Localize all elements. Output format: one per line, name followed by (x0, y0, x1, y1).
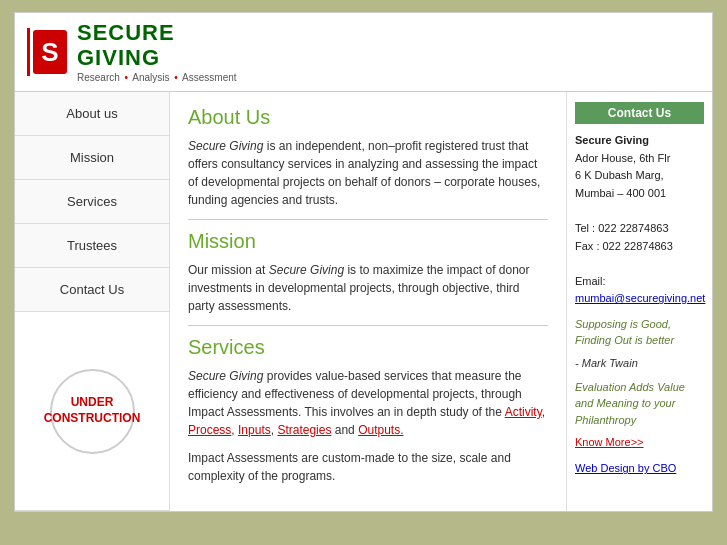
fax: Fax : 022 22874863 (575, 240, 673, 252)
web-design-link[interactable]: Web Design by CBO (575, 462, 704, 474)
quote2: Evaluation Adds Value and Meaning to you… (575, 379, 704, 429)
about-paragraph: Secure Giving is an independent, non–pro… (188, 137, 548, 209)
divider-1 (188, 219, 548, 220)
contact-info: Secure Giving Ador House, 6th Flr 6 K Du… (575, 132, 704, 308)
know-more-link[interactable]: Know More>> (575, 436, 704, 448)
address-line2: 6 K Dubash Marg, (575, 169, 664, 181)
logo-area: S SECURE GIVING Research • Analysis • As… (27, 21, 237, 82)
about-heading: About Us (188, 106, 548, 129)
content-area: About Us Secure Giving is an independent… (170, 92, 567, 511)
org-name: Secure Giving (575, 134, 649, 146)
header: S SECURE GIVING Research • Analysis • As… (14, 12, 713, 92)
sidebar-construction: UNDERCONSTRUCTION (15, 312, 169, 511)
logo-line (27, 28, 30, 76)
link-process[interactable]: Process (188, 423, 231, 437)
services-paragraph-2: Impact Assessments are custom-made to th… (188, 449, 548, 485)
sidebar-item-contact[interactable]: Contact Us (15, 268, 169, 312)
link-strategies[interactable]: Strategies (277, 423, 331, 437)
tel: Tel : 022 22874863 (575, 222, 669, 234)
sidebar-item-mission[interactable]: Mission (15, 136, 169, 180)
services-paragraph-1: Secure Giving provides value-based servi… (188, 367, 548, 439)
link-activity[interactable]: Activity (505, 405, 542, 419)
main-area: About us Mission Services Trustees Conta… (14, 92, 713, 512)
logo-s-icon: S (33, 30, 67, 74)
address-line3: Mumbai – 400 001 (575, 187, 666, 199)
about-italic: Secure Giving (188, 139, 263, 153)
email-link[interactable]: mumbai@securegiving.net (575, 292, 705, 304)
contact-box: Contact Us (575, 102, 704, 124)
sidebar: About us Mission Services Trustees Conta… (15, 92, 170, 511)
address-line1: Ador House, 6th Flr (575, 152, 670, 164)
email-label: Email: (575, 275, 606, 287)
services-italic: Secure Giving (188, 369, 263, 383)
mission-italic: Secure Giving (269, 263, 344, 277)
logo-title: SECURE GIVING (77, 21, 237, 69)
right-panel: Contact Us Secure Giving Ador House, 6th… (567, 92, 712, 511)
mission-paragraph: Our mission at Secure Giving is to maxim… (188, 261, 548, 315)
logo-text: SECURE GIVING Research • Analysis • Asse… (77, 21, 237, 82)
link-outputs[interactable]: Outputs. (358, 423, 403, 437)
divider-2 (188, 325, 548, 326)
link-inputs[interactable]: Inputs (238, 423, 271, 437)
mission-heading: Mission (188, 230, 548, 253)
sidebar-item-trustees[interactable]: Trustees (15, 224, 169, 268)
sidebar-item-services[interactable]: Services (15, 180, 169, 224)
construction-text: UNDERCONSTRUCTION (44, 395, 141, 426)
construction-circle: UNDERCONSTRUCTION (50, 369, 135, 454)
services-heading: Services (188, 336, 548, 359)
sidebar-item-about[interactable]: About us (15, 92, 169, 136)
quote1: Supposing is Good, Finding Out is better (575, 316, 704, 349)
quote-author: - Mark Twain (575, 357, 704, 369)
logo-subtitle: Research • Analysis • Assessment (77, 72, 237, 83)
